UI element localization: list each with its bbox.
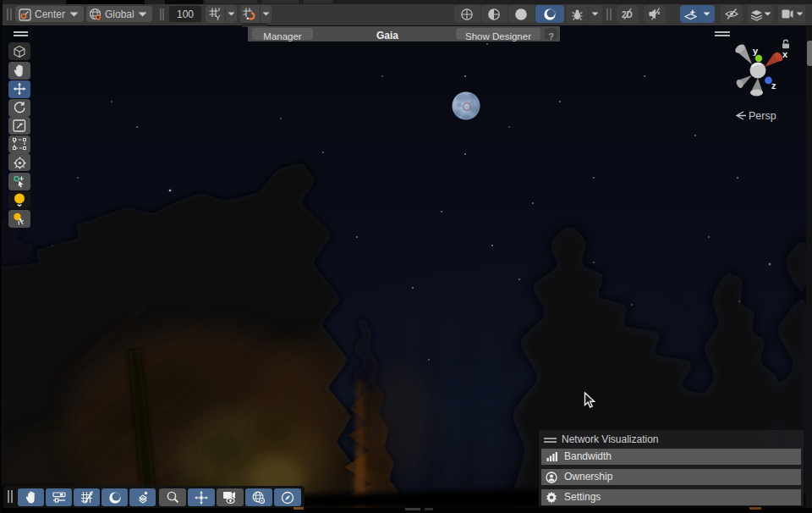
svg-text:Persp: Persp — [749, 110, 776, 122]
svg-text:x: x — [782, 49, 788, 59]
svg-text:Y: Y — [216, 14, 221, 21]
svg-text:z: z — [771, 80, 776, 91]
svg-text:y: y — [753, 46, 759, 56]
